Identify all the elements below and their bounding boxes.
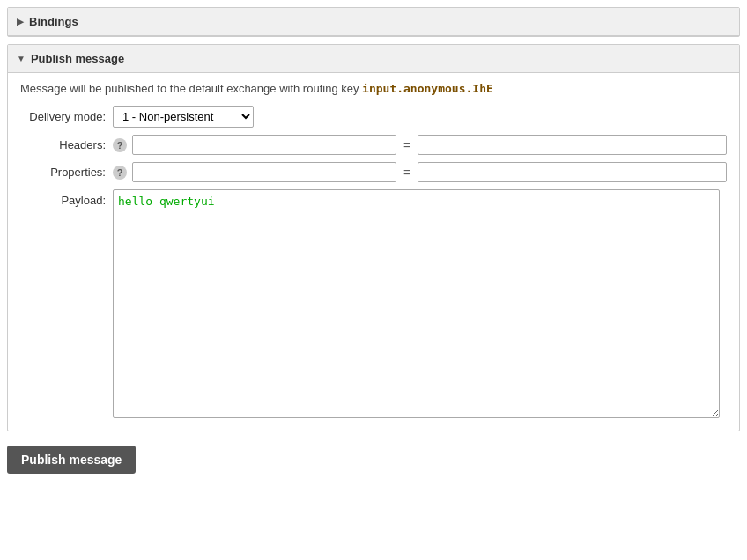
properties-kv-group: = <box>132 162 727 182</box>
properties-help-button[interactable]: ? <box>113 166 127 180</box>
publish-body: Message will be published to the default… <box>8 73 739 431</box>
publish-collapse-icon: ▼ <box>17 54 26 63</box>
publish-message-button[interactable]: Publish message <box>7 446 136 474</box>
headers-kv-group: = <box>132 135 727 155</box>
properties-row: Properties: ? = <box>20 162 727 182</box>
publish-routing-key: input.anonymous.IhE <box>362 82 493 95</box>
publish-header-label: Publish message <box>31 52 124 65</box>
bindings-section: ▶ Bindings <box>7 7 740 37</box>
payload-textarea[interactable] <box>113 189 720 418</box>
headers-row: Headers: ? = <box>20 135 727 155</box>
headers-label: Headers: <box>20 138 113 151</box>
properties-label: Properties: <box>20 166 113 179</box>
delivery-mode-label: Delivery mode: <box>20 110 113 123</box>
headers-key-input[interactable] <box>132 135 396 155</box>
headers-value-input[interactable] <box>418 135 727 155</box>
bindings-collapse-icon: ▶ <box>17 17 24 26</box>
properties-eq: = <box>400 166 414 180</box>
bindings-header[interactable]: ▶ Bindings <box>8 8 739 36</box>
headers-eq: = <box>400 138 414 152</box>
delivery-mode-row: Delivery mode: 1 - Non-persistent 2 - Pe… <box>20 106 727 128</box>
payload-row: Payload: <box>20 189 727 418</box>
publish-info: Message will be published to the default… <box>20 82 727 95</box>
payload-label: Payload: <box>20 189 113 207</box>
headers-help-button[interactable]: ? <box>113 138 127 152</box>
properties-value-input[interactable] <box>418 162 727 182</box>
publish-header[interactable]: ▼ Publish message <box>8 45 739 73</box>
properties-key-input[interactable] <box>132 162 396 182</box>
publish-section: ▼ Publish message Message will be publis… <box>7 44 740 431</box>
bindings-header-label: Bindings <box>29 15 78 28</box>
publish-info-text: Message will be published to the default… <box>20 82 362 95</box>
delivery-mode-select[interactable]: 1 - Non-persistent 2 - Persistent <box>113 106 254 128</box>
